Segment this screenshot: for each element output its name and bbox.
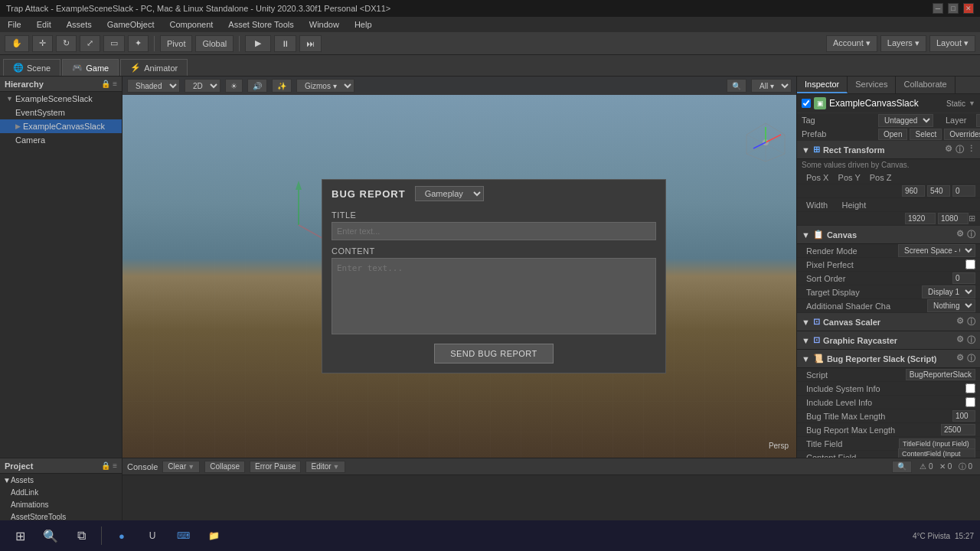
send-bug-report-button[interactable]: SEND BUG REPORT xyxy=(434,344,554,364)
bug-report-max-input[interactable] xyxy=(941,424,975,435)
2d-toggle[interactable]: 2D xyxy=(185,79,220,93)
toolbar-move[interactable]: ✛ xyxy=(32,35,53,52)
toolbar-play[interactable]: ▶ xyxy=(245,35,271,52)
prefab-overrides-btn[interactable]: Overrides xyxy=(944,129,980,140)
pixel-perfect-checkbox[interactable] xyxy=(965,259,975,269)
tab-animator[interactable]: ⚡ Animator xyxy=(120,59,188,76)
pos-y-input[interactable] xyxy=(927,185,950,197)
menu-assetstoretools[interactable]: Asset Store Tools xyxy=(225,20,296,29)
toolbar-custom[interactable]: ✦ xyxy=(128,35,149,52)
canvas-scaler-section[interactable]: ▼ ⊡ Canvas Scaler ⚙ ⓘ xyxy=(797,313,980,331)
taskview-button[interactable]: ⧉ xyxy=(67,522,95,549)
width-input[interactable] xyxy=(905,213,936,224)
toolbar-pivot[interactable]: Pivot xyxy=(160,35,192,52)
scene-view[interactable]: Shaded 2D ☀ 🔊 ✨ Gizmos ▾ 🔍 All ▾ xyxy=(122,77,796,458)
audio-toggle[interactable]: 🔊 xyxy=(247,79,267,93)
menu-gameobject[interactable]: GameObject xyxy=(104,20,158,29)
search-scene[interactable]: 🔍 xyxy=(727,79,746,93)
lighting-toggle[interactable]: ☀ xyxy=(225,79,243,93)
canvas-info-icon[interactable]: ⓘ xyxy=(967,229,975,240)
search-button[interactable]: 🔍 xyxy=(37,522,64,549)
project-item-assets[interactable]: ▼ Assets xyxy=(0,474,122,486)
shaded-dropdown[interactable]: Shaded xyxy=(127,79,180,93)
bug-reporter-script-section[interactable]: ▼ 📜 Bug Reporter Slack (Script) ⚙ ⓘ xyxy=(797,350,980,368)
graphic-raycaster-info-icon[interactable]: ⓘ xyxy=(967,334,975,346)
console-clear-btn[interactable]: Clear ▼ xyxy=(162,461,200,473)
include-system-checkbox[interactable] xyxy=(965,383,975,393)
include-level-checkbox[interactable] xyxy=(965,397,975,407)
script-settings-icon[interactable]: ⚙ xyxy=(956,353,964,364)
canvas-settings-icon[interactable]: ⚙ xyxy=(956,229,964,240)
script-info-icon[interactable]: ⓘ xyxy=(967,353,975,364)
project-lock-icon[interactable]: 🔒 xyxy=(101,461,110,470)
graphic-raycaster-settings-icon[interactable]: ⚙ xyxy=(956,334,964,346)
project-item-addlink[interactable]: AddLink xyxy=(0,486,122,498)
tab-scene[interactable]: 🌐 Scene xyxy=(3,59,60,76)
project-menu-icon[interactable]: ≡ xyxy=(113,461,117,470)
menu-help[interactable]: Help xyxy=(351,20,375,29)
height-input[interactable] xyxy=(938,213,969,224)
toolbar-layout[interactable]: Layout ▾ xyxy=(929,35,975,52)
console-editor-btn[interactable]: Editor ▼ xyxy=(305,461,345,473)
layer-dropdown[interactable]: UI xyxy=(976,114,980,127)
toolbar-step[interactable]: ⏭ xyxy=(299,35,322,52)
pos-x-input[interactable] xyxy=(902,185,925,197)
canvas-scaler-settings-icon[interactable]: ⚙ xyxy=(956,316,964,328)
project-item-animations[interactable]: Animations xyxy=(0,498,122,510)
object-active-checkbox[interactable] xyxy=(802,99,811,108)
close-button[interactable]: ✕ xyxy=(963,3,974,14)
toolbar-hand[interactable]: ✋ xyxy=(5,35,29,52)
menu-file[interactable]: File xyxy=(5,20,24,29)
content-textarea[interactable] xyxy=(332,258,656,334)
toolbar-rect[interactable]: ▭ xyxy=(103,35,125,52)
toolbar-layers[interactable]: Layers ▾ xyxy=(880,35,926,52)
taskbar-vscode[interactable]: ⌨ xyxy=(169,522,197,549)
rect-transform-section[interactable]: ▼ ⊞ Rect Transform ⚙ ⓘ ⋮ xyxy=(797,141,980,159)
additional-shader-dropdown[interactable]: Nothing xyxy=(927,299,975,312)
prefab-open-btn[interactable]: Open xyxy=(878,129,907,140)
prefab-select-btn[interactable]: Select xyxy=(910,129,942,140)
constrain-icon[interactable]: ⊞ xyxy=(969,214,975,223)
console-collapse-btn[interactable]: Collapse xyxy=(204,461,245,473)
menu-edit[interactable]: Edit xyxy=(34,20,54,29)
hierarchy-item-eventsystem[interactable]: EventSystem xyxy=(0,106,122,119)
toolbar-pause[interactable]: ⏸ xyxy=(274,35,296,52)
console-errorpause-btn[interactable]: Error Pause xyxy=(250,461,301,473)
menu-component[interactable]: Component xyxy=(166,20,216,29)
toolbar-account[interactable]: Account ▾ xyxy=(826,35,877,52)
render-mode-dropdown[interactable]: Screen Space - Overlay xyxy=(898,244,975,257)
hierarchy-item-examplesceneslack[interactable]: ▼ ExampleSceneSlack xyxy=(0,92,122,106)
gizmos-dropdown[interactable]: Gizmos ▾ xyxy=(296,79,354,93)
toolbar-global[interactable]: Global xyxy=(195,35,234,52)
console-search-btn[interactable]: 🔍 xyxy=(892,461,912,473)
target-display-dropdown[interactable]: Display 1 xyxy=(922,285,975,298)
effects-toggle[interactable]: ✨ xyxy=(272,79,292,93)
taskbar-chrome[interactable]: ● xyxy=(108,522,136,549)
toolbar-scale[interactable]: ⤢ xyxy=(80,35,100,52)
bug-title-max-input[interactable] xyxy=(952,410,975,422)
tab-collaborate[interactable]: Collaborate xyxy=(896,77,955,93)
graphic-raycaster-section[interactable]: ▼ ⊡ Graphic Raycaster ⚙ ⓘ xyxy=(797,331,980,350)
hierarchy-menu-icon[interactable]: ≡ xyxy=(113,80,117,88)
all-dropdown[interactable]: All ▾ xyxy=(751,79,792,93)
bug-type-dropdown[interactable]: Gameplay xyxy=(415,186,484,201)
start-button[interactable]: ⊞ xyxy=(6,522,34,549)
taskbar-unity[interactable]: U xyxy=(139,522,166,549)
menu-window[interactable]: Window xyxy=(306,20,342,29)
taskbar-explorer[interactable]: 📁 xyxy=(200,522,227,549)
rect-transform-info-icon[interactable]: ⓘ xyxy=(956,144,964,155)
pos-z-input[interactable] xyxy=(952,185,975,197)
toolbar-rotate[interactable]: ↻ xyxy=(56,35,77,52)
canvas-section[interactable]: ▼ 📋 Canvas ⚙ ⓘ xyxy=(797,226,980,244)
sort-order-input[interactable] xyxy=(952,272,975,284)
minimize-button[interactable]: ─ xyxy=(933,3,943,14)
title-input[interactable] xyxy=(332,222,656,240)
tab-game[interactable]: 🎮 Game xyxy=(62,59,119,76)
maximize-button[interactable]: □ xyxy=(948,3,959,14)
rect-transform-more-icon[interactable]: ⋮ xyxy=(967,144,975,155)
tab-services[interactable]: Services xyxy=(848,77,896,93)
rect-transform-settings-icon[interactable]: ⚙ xyxy=(945,144,952,155)
tag-dropdown[interactable]: Untagged xyxy=(878,114,933,127)
menu-assets[interactable]: Assets xyxy=(64,20,95,29)
hierarchy-item-examplecanvasslack[interactable]: ▶ ExampleCanvasSlack xyxy=(0,119,122,133)
